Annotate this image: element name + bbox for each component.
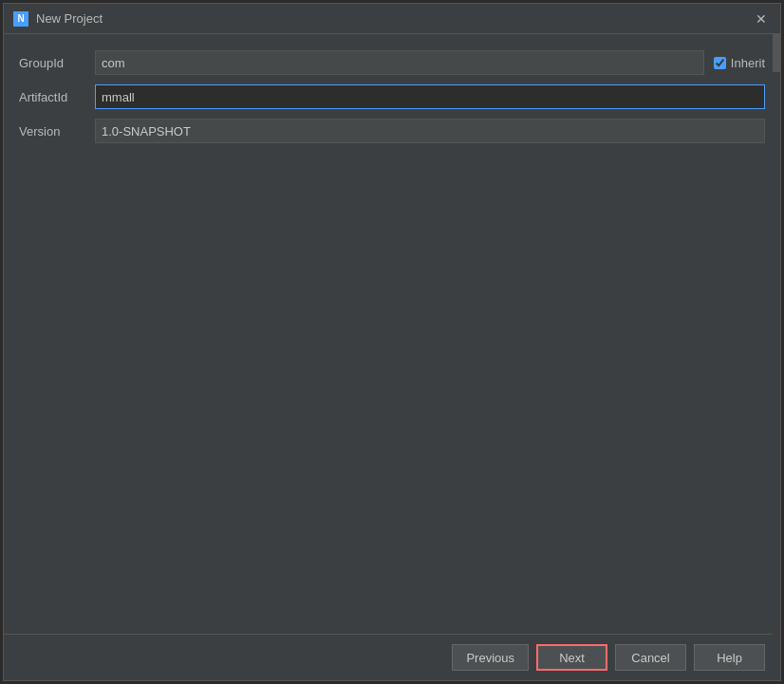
- version-input[interactable]: [95, 119, 765, 143]
- title-bar: N New Project ✕: [4, 4, 780, 34]
- new-project-dialog: N New Project ✕ GroupId Inherit Artifact…: [3, 3, 781, 681]
- scrollbar[interactable]: [773, 34, 780, 680]
- cancel-button[interactable]: Cancel: [615, 644, 686, 671]
- artifact-id-row: ArtifactId: [19, 83, 765, 110]
- help-button[interactable]: Help: [694, 644, 765, 671]
- group-id-inherit-label: Inherit: [731, 56, 765, 70]
- title-bar-left: N New Project: [13, 11, 103, 27]
- version-label: Version: [19, 124, 95, 139]
- dialog-icon: N: [13, 11, 28, 27]
- version-row: Version: [19, 118, 765, 144]
- artifact-id-input[interactable]: [95, 84, 765, 109]
- dialog-title: New Project: [36, 11, 103, 26]
- next-button[interactable]: Next: [536, 644, 607, 671]
- scrollbar-thumb: [773, 34, 780, 72]
- previous-button[interactable]: Previous: [452, 644, 529, 671]
- form-content: GroupId Inherit ArtifactId Version: [4, 34, 780, 634]
- group-id-label: GroupId: [19, 56, 95, 70]
- footer: Previous Next Cancel Help: [4, 634, 780, 680]
- content-spacer: [19, 152, 765, 619]
- group-id-inherit-checkbox[interactable]: [714, 57, 726, 69]
- close-button[interactable]: ✕: [752, 9, 771, 28]
- group-id-row: GroupId Inherit: [19, 49, 765, 76]
- group-id-inherit-group: Inherit: [714, 56, 765, 70]
- group-id-input[interactable]: [95, 50, 704, 75]
- artifact-id-label: ArtifactId: [19, 90, 95, 104]
